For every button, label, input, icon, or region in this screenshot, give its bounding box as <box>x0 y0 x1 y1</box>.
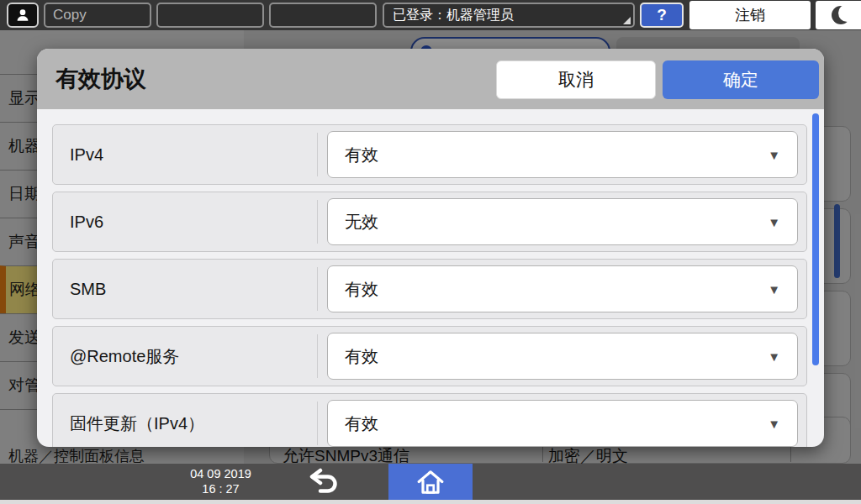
date-text: 04 09 2019 <box>172 466 269 481</box>
protocol-row-smb: SMB 有效 ▼ <box>52 259 807 319</box>
chevron-down-icon: ▼ <box>768 417 780 431</box>
dropdown-value: 有效 <box>345 401 378 446</box>
home-icon <box>415 468 446 496</box>
back-arrow-icon <box>306 468 340 496</box>
time-text: 16 : 27 <box>172 481 269 496</box>
help-button[interactable]: ? <box>640 3 684 28</box>
dropdown-value: 有效 <box>345 266 378 312</box>
ok-button[interactable]: 确定 <box>663 60 819 99</box>
protocol-row-firmware-update: 固件更新（IPv4） 有效 ▼ <box>52 393 807 447</box>
protocol-label: 固件更新（IPv4） <box>70 394 204 447</box>
dialog-header: 有效协议 取消 确定 <box>37 49 824 109</box>
protocol-row-ipv4: IPv4 有效 ▼ <box>52 124 807 185</box>
tab-empty-2[interactable] <box>269 3 377 28</box>
dropdown-value: 有效 <box>345 132 378 177</box>
bottom-bar: 04 09 2019 16 : 27 <box>0 464 861 500</box>
screen-bezel-edge <box>0 500 861 504</box>
protocol-label: IPv6 <box>70 192 103 251</box>
printer-touchscreen: ⚙ ⚙ 显示 机器 日期 声音 网络 发送 对管 机器／控制面板信息 允许SNM… <box>0 0 861 504</box>
protocol-label: IPv4 <box>70 125 103 184</box>
back-button[interactable] <box>296 464 350 500</box>
tab-empty-1[interactable] <box>156 3 264 28</box>
chevron-down-icon: ▼ <box>768 349 780 364</box>
login-status-dropdown[interactable]: 已登录：机器管理员 <box>383 3 635 28</box>
dropdown-value: 无效 <box>345 199 378 244</box>
date-time-display: 04 09 2019 16 : 27 <box>172 466 269 496</box>
remote-service-dropdown[interactable]: 有效 ▼ <box>327 333 798 380</box>
divider <box>317 334 318 378</box>
user-icon <box>15 8 30 23</box>
protocol-label: SMB <box>70 260 106 318</box>
energy-saver-button[interactable] <box>816 1 861 29</box>
divider <box>317 402 318 445</box>
tab-copy[interactable]: Copy <box>44 3 151 28</box>
ipv4-dropdown[interactable]: 有效 ▼ <box>327 131 798 178</box>
moon-icon <box>832 6 850 24</box>
dialog-title: 有效协议 <box>55 49 146 109</box>
chevron-down-icon: ▼ <box>768 282 780 297</box>
dropdown-corner-icon <box>623 17 631 24</box>
chevron-down-icon: ▼ <box>768 215 780 229</box>
protocol-label: @Remote服务 <box>70 327 179 386</box>
smb-dropdown[interactable]: 有效 ▼ <box>327 265 798 312</box>
effective-protocol-dialog: 有效协议 取消 确定 IPv4 有效 ▼ IPv6 无效 ▼ SMB 有效 <box>37 49 824 447</box>
login-status-text: 已登录：机器管理员 <box>393 8 514 22</box>
dropdown-value: 有效 <box>345 333 378 379</box>
top-bar: Copy 已登录：机器管理员 ? 注销 <box>0 0 861 30</box>
dialog-scrollbar[interactable] <box>812 113 819 365</box>
divider <box>317 267 318 311</box>
divider <box>317 200 318 244</box>
chevron-down-icon: ▼ <box>768 148 780 162</box>
protocol-row-remote-service: @Remote服务 有效 ▼ <box>52 326 807 386</box>
divider <box>317 133 318 176</box>
cancel-button[interactable]: 取消 <box>496 60 656 99</box>
firmware-update-dropdown[interactable]: 有效 ▼ <box>327 400 798 447</box>
user-button[interactable] <box>7 3 39 28</box>
logout-button[interactable]: 注销 <box>689 1 811 29</box>
home-button[interactable] <box>388 464 473 500</box>
protocol-row-ipv6: IPv6 无效 ▼ <box>52 192 807 252</box>
ipv6-dropdown[interactable]: 无效 ▼ <box>327 198 798 245</box>
